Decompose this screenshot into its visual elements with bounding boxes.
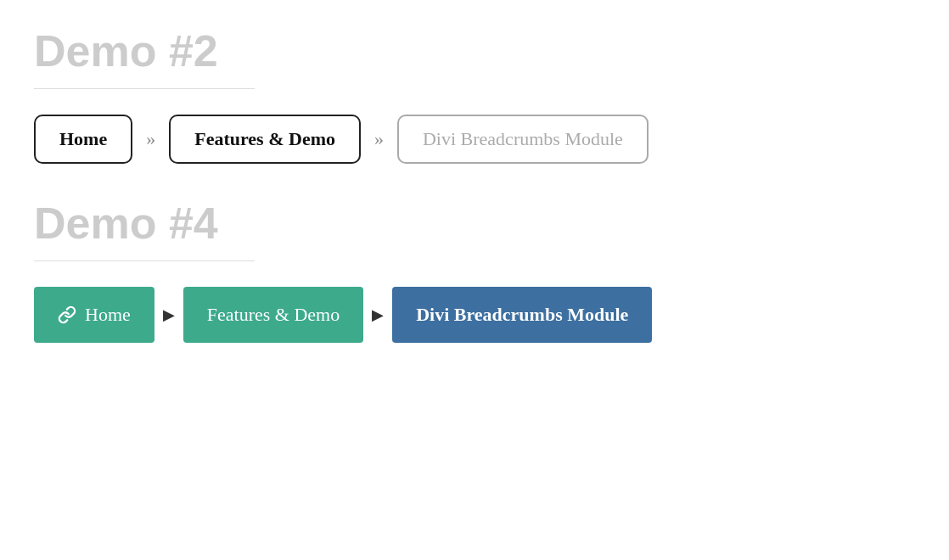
demo4-current-label: Divi Breadcrumbs Module bbox=[416, 304, 628, 325]
demo2-current-item[interactable]: Divi Breadcrumbs Module bbox=[397, 115, 649, 164]
demo4-features-label: Features & Demo bbox=[207, 304, 340, 325]
demo2-divider bbox=[34, 88, 255, 89]
demo4-title: Demo #4 bbox=[34, 198, 915, 249]
demo2-home-label: Home bbox=[59, 128, 107, 149]
demo2-current-label: Divi Breadcrumbs Module bbox=[423, 128, 623, 149]
demo2-title: Demo #2 bbox=[34, 25, 915, 76]
demo2-features-label: Features & Demo bbox=[194, 128, 335, 149]
demo4-home-item[interactable]: Home bbox=[34, 287, 154, 343]
demo4-current-item[interactable]: Divi Breadcrumbs Module bbox=[392, 287, 652, 343]
demo4-separator1: ▶ bbox=[163, 305, 175, 324]
demo2-section: Demo #2 Home » Features & Demo » Divi Br… bbox=[34, 25, 915, 164]
demo2-separator2: » bbox=[374, 128, 384, 150]
demo2-home-item[interactable]: Home bbox=[34, 115, 132, 164]
demo4-breadcrumb-row: Home ▶ Features & Demo ▶ Divi Breadcrumb… bbox=[34, 287, 915, 343]
demo2-features-item[interactable]: Features & Demo bbox=[169, 115, 361, 164]
demo2-breadcrumb-row: Home » Features & Demo » Divi Breadcrumb… bbox=[34, 115, 915, 164]
demo4-divider bbox=[34, 260, 255, 261]
demo4-section: Demo #4 Home ▶ Features & Demo ▶ Divi bbox=[34, 198, 915, 343]
demo2-separator1: » bbox=[146, 128, 155, 150]
demo4-features-item[interactable]: Features & Demo bbox=[183, 287, 363, 343]
page-wrapper: Demo #2 Home » Features & Demo » Divi Br… bbox=[0, 0, 949, 394]
demo4-separator2: ▶ bbox=[372, 305, 384, 324]
link-icon bbox=[58, 305, 76, 324]
demo4-home-label: Home bbox=[85, 304, 131, 326]
